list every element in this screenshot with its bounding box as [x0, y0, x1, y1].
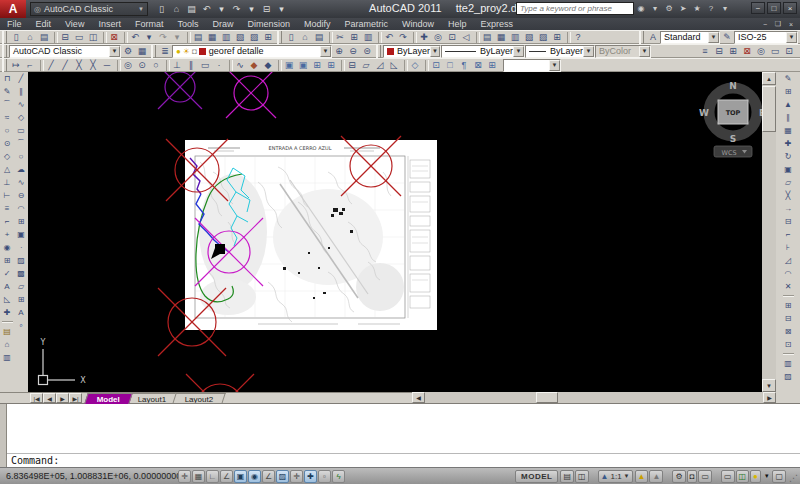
- draworder-back-button[interactable]: ▱: [359, 59, 373, 72]
- dim-space-button[interactable]: ≡: [1, 202, 14, 215]
- viewport-maximize-button[interactable]: ◫: [736, 470, 750, 483]
- explode-button[interactable]: ✕: [780, 280, 796, 293]
- line-button[interactable]: ╱: [15, 72, 28, 85]
- chevron-down-icon[interactable]: ▼: [583, 46, 594, 57]
- save-button[interactable]: ▤: [37, 31, 51, 44]
- close-button[interactable]: ×: [783, 2, 797, 14]
- redo-dropdown[interactable]: ▾: [170, 31, 184, 44]
- sheet-set-button[interactable]: ⊞: [310, 59, 324, 72]
- layer-walk-button[interactable]: ⌂: [1, 338, 14, 351]
- hatch-button[interactable]: ▨: [15, 254, 28, 267]
- undo-button[interactable]: ↶: [199, 2, 214, 16]
- plot-preview-button[interactable]: ▭: [72, 31, 86, 44]
- dim-update-button[interactable]: ✚: [1, 306, 14, 319]
- named-views-button[interactable]: ▣: [282, 59, 296, 72]
- quickcalc-button[interactable]: ⊞: [261, 31, 275, 44]
- open-button[interactable]: ⌂: [298, 31, 312, 44]
- doc-minimize-button[interactable]: −: [759, 19, 771, 29]
- dim-jogged-button[interactable]: ✓: [1, 267, 14, 280]
- insert-block-button[interactable]: ⊞: [15, 215, 28, 228]
- workspaces-combo[interactable]: AutoCAD Classic ▼: [9, 45, 121, 58]
- annotation-front-button[interactable]: ◇: [408, 59, 422, 72]
- application-menu-button[interactable]: A: [0, 0, 26, 18]
- horizontal-scrollbar[interactable]: ◀ ▶: [412, 392, 776, 403]
- mtext-button[interactable]: A: [15, 306, 28, 319]
- zoom-previous-button[interactable]: ◁: [459, 31, 473, 44]
- polygon-button[interactable]: ◇: [15, 111, 28, 124]
- control-point-circle-red-right[interactable]: [341, 136, 401, 196]
- new-button[interactable]: ▯: [154, 2, 169, 16]
- otrack-toggle[interactable]: ∠: [262, 470, 275, 483]
- draworder-below-button[interactable]: ◺: [387, 59, 401, 72]
- menu-format[interactable]: Format: [128, 19, 171, 29]
- ellipse-button[interactable]: ⊖: [15, 189, 28, 202]
- designcenter-button[interactable]: ▦: [205, 31, 219, 44]
- wcs-menu-button[interactable]: WCS: [714, 146, 752, 157]
- performance-tuner-icon[interactable]: ●: [750, 470, 761, 483]
- annotation-visibility-button[interactable]: ▲: [635, 470, 649, 483]
- point-button[interactable]: ∙: [15, 241, 28, 254]
- dim-radius-button[interactable]: ○: [1, 124, 14, 137]
- tab-prev-button[interactable]: ◀: [43, 393, 56, 403]
- add-plotter-button[interactable]: ⊞: [726, 45, 740, 58]
- quick-properties-toggle[interactable]: ϟ: [332, 470, 345, 483]
- dim-text-edit-button[interactable]: ◺: [1, 293, 14, 306]
- draworder-hatch-button[interactable]: ▨: [780, 370, 796, 383]
- scroll-left-button[interactable]: ◀: [412, 392, 425, 403]
- snap-insert-button[interactable]: ▭: [198, 59, 212, 72]
- all-front-button[interactable]: ⊞: [485, 59, 499, 72]
- clean-screen-alt-button[interactable]: ▭: [721, 470, 735, 483]
- break-button[interactable]: ⌐: [780, 228, 796, 241]
- markup-set-manager-button[interactable]: ▨: [247, 31, 261, 44]
- command-text-area[interactable]: Command:: [7, 404, 800, 467]
- layer-states-button[interactable]: ⊜: [360, 45, 374, 58]
- gradient-button[interactable]: ▩: [15, 267, 28, 280]
- snap-center-button[interactable]: ◎: [121, 59, 135, 72]
- layout-button[interactable]: ⊞: [324, 59, 338, 72]
- toolbar-grip[interactable]: [639, 31, 644, 44]
- osnap-toggle[interactable]: ▣: [234, 470, 247, 483]
- array-button[interactable]: ▦: [780, 124, 796, 137]
- copy-button[interactable]: ⊞: [347, 31, 361, 44]
- menu-dimension[interactable]: Dimension: [240, 19, 297, 29]
- control-point-circle-violet[interactable]: [158, 72, 202, 109]
- annotation-scale-button[interactable]: ▲ 1:1 ▼: [598, 470, 633, 483]
- menu-file[interactable]: File: [0, 19, 29, 29]
- 3dosnap-toggle[interactable]: ◉: [248, 470, 261, 483]
- publish-button[interactable]: ◫: [86, 31, 100, 44]
- search-input[interactable]: [516, 2, 634, 15]
- scroll-right-button[interactable]: ▶: [763, 392, 776, 403]
- menu-draw[interactable]: Draw: [205, 19, 240, 29]
- draworder-annotations-button[interactable]: ▥: [780, 357, 796, 370]
- model-space-button[interactable]: ▤: [560, 470, 574, 483]
- my-workspace-button[interactable]: ▦: [135, 45, 149, 58]
- draworder-send-back-button[interactable]: ⊟: [780, 312, 796, 325]
- status-menu-arrow[interactable]: ▾: [763, 472, 771, 480]
- layout-space-button[interactable]: ◫: [575, 470, 589, 483]
- spline-button[interactable]: ∿: [15, 176, 28, 189]
- dim-inspect-button[interactable]: ⊞: [1, 254, 14, 267]
- favorites-button[interactable]: ★: [690, 2, 704, 15]
- model-paper-button[interactable]: MODEL: [515, 470, 558, 483]
- toolbar-lock-button[interactable]: ◘: [687, 470, 698, 483]
- toolbar-grip[interactable]: [2, 59, 7, 72]
- control-point-circle-red-left[interactable]: [166, 139, 228, 201]
- resize-grip[interactable]: ⋰: [788, 470, 798, 483]
- plot-button[interactable]: ⊟: [259, 2, 274, 16]
- plot-manager-button[interactable]: ⊡: [782, 45, 796, 58]
- stretch-button[interactable]: ▱: [780, 176, 796, 189]
- linetype-combo[interactable]: ByLayer ▼: [441, 45, 525, 58]
- text-style-combo[interactable]: Standard ▼: [660, 31, 720, 44]
- zoom-realtime-button[interactable]: ◎: [431, 31, 445, 44]
- dim-angular-button[interactable]: ◇: [1, 150, 14, 163]
- viewcube-west[interactable]: W: [699, 108, 709, 118]
- region-button[interactable]: ▱: [15, 280, 28, 293]
- chevron-down-icon[interactable]: ▼: [513, 46, 524, 57]
- control-point-circle-red-clipped[interactable]: [186, 374, 254, 392]
- tab-first-button[interactable]: |◀: [30, 393, 43, 403]
- dim-front-button[interactable]: □: [443, 59, 457, 72]
- menu-window[interactable]: Window: [395, 19, 441, 29]
- ducs-toggle[interactable]: ▨: [276, 470, 289, 483]
- search-button[interactable]: ◉: [634, 2, 648, 15]
- workspace-dropdown[interactable]: ◎ AutoCAD Classic ▼: [30, 2, 148, 16]
